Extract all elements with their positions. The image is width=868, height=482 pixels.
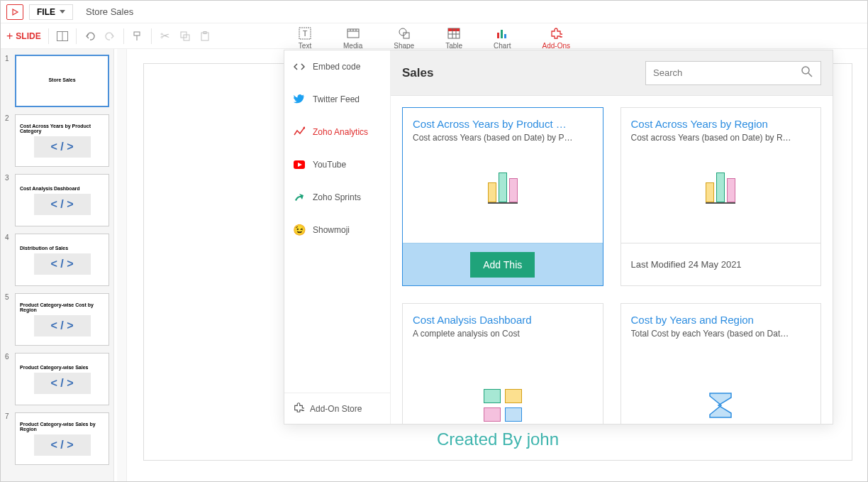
card-title: Cost by Years and Region: [631, 314, 811, 326]
analytics-card[interactable]: Cost by Years and RegionTotal Cost by ea…: [621, 303, 822, 424]
slide-thumb-body: Product Category-wise Sales by Region< /…: [15, 412, 109, 465]
zoho-analytics-icon: [293, 126, 306, 138]
shape-icon: [397, 26, 411, 40]
slide-number: 1: [5, 55, 12, 107]
card-footer: Last Modified 24 May 2021: [621, 243, 821, 285]
slide-thumbnail[interactable]: 2Cost Across Years by Product Category< …: [5, 114, 109, 167]
card-subtitle: Total Cost by each Years (based on Dat…: [631, 329, 811, 339]
embed-placeholder-icon: < / >: [34, 194, 91, 215]
bar-chart-icon: [488, 172, 518, 204]
card-graphic: [413, 339, 593, 424]
addon-source-embed[interactable]: Embed code: [284, 50, 390, 83]
svg-line-30: [808, 73, 812, 77]
card-footer: Add This: [403, 243, 603, 285]
svg-rect-3: [134, 32, 140, 35]
chart-icon: [495, 26, 509, 40]
add-slide-button[interactable]: + SLIDE: [6, 30, 41, 43]
slide-number: 3: [5, 174, 12, 226]
svg-text:T: T: [303, 29, 308, 38]
embed-placeholder-icon: < / >: [34, 434, 91, 456]
addon-source-zoho-sprints[interactable]: Zoho Sprints: [284, 181, 390, 214]
redo-icon[interactable]: [104, 30, 116, 43]
undo-icon[interactable]: [84, 30, 96, 43]
addon-source-label: Embed code: [313, 62, 360, 72]
twitter-icon: [293, 93, 306, 106]
embed-icon: [293, 60, 306, 73]
insert-text-button[interactable]: T Text: [294, 25, 316, 51]
copy-icon[interactable]: [179, 30, 191, 43]
card-body: Cost Across Years by RegionCost across Y…: [621, 108, 821, 243]
addons-panel: Embed codeTwitter FeedZoho AnalyticsYouT…: [284, 50, 833, 425]
slide-number: 7: [5, 412, 12, 465]
card-graphic: [631, 339, 811, 424]
insert-table-button[interactable]: Table: [441, 25, 467, 51]
slide-thumbnail[interactable]: 5Product Category-wise Cost by Region< /…: [5, 293, 109, 346]
search-input[interactable]: [653, 67, 795, 78]
separator: [151, 28, 152, 44]
slide-thumbnail[interactable]: 1Store Sales: [5, 55, 109, 107]
created-by-text: Created By john: [437, 429, 559, 449]
slide-thumb-body: Cost Across Years by Product Category< /…: [15, 114, 109, 167]
card-body: Cost by Years and RegionTotal Cost by ea…: [621, 304, 821, 424]
embed-placeholder-icon: < / >: [34, 253, 91, 275]
slide-thumb-title: Product Category-wise Sales by Region: [20, 422, 104, 432]
addon-source-zoho-analytics[interactable]: Zoho Analytics: [284, 116, 390, 148]
slides-panel: 1Store Sales2Cost Across Years by Produc…: [1, 49, 114, 482]
title-bar: FILE Store Sales: [1, 1, 867, 23]
slide-thumb-title: Cost Across Years by Product Category: [20, 124, 104, 133]
search-icon: [801, 65, 813, 81]
svg-rect-19: [448, 28, 460, 31]
slide-thumb-body: Cost Analysis Dashboard< / >: [15, 174, 109, 226]
youtube-icon: [293, 158, 306, 171]
sigma-icon: [703, 388, 738, 423]
layout-icon[interactable]: [56, 30, 69, 43]
slide-thumbnail[interactable]: 4Distribution of Sales< / >: [5, 234, 109, 286]
addon-source-showmoji[interactable]: 😉Showmoji: [284, 214, 390, 246]
addon-source-youtube[interactable]: YouTube: [284, 148, 390, 181]
slide-thumbnail[interactable]: 7Product Category-wise Sales by Region< …: [5, 412, 109, 465]
insert-chart-button[interactable]: Chart: [489, 25, 515, 51]
addon-source-twitter[interactable]: Twitter Feed: [284, 83, 390, 116]
slide-thumb-body: Store Sales: [15, 55, 109, 107]
insert-media-button[interactable]: Media: [339, 25, 367, 51]
text-icon: T: [298, 26, 312, 40]
addons-content: Sales Cost Across Years by Product …Cost…: [391, 50, 833, 424]
slide-number: 2: [5, 114, 12, 167]
embed-placeholder-icon: < / >: [34, 373, 91, 394]
toolbar: + SLIDE ✂ T Text Media Shape: [1, 23, 867, 49]
svg-point-16: [399, 28, 406, 35]
slide-number: 5: [5, 293, 12, 346]
cards-grid: Cost Across Years by Product …Cost acros…: [391, 96, 833, 424]
puzzle-icon: [293, 402, 304, 415]
add-this-button[interactable]: Add This: [470, 252, 535, 278]
slide-thumbnail[interactable]: 3Cost Analysis Dashboard< / >: [5, 174, 109, 226]
embed-placeholder-icon: < / >: [34, 315, 91, 336]
table-icon: [447, 26, 461, 40]
svg-point-29: [802, 67, 809, 74]
slide-thumb-body: Product Category-wise Cost by Region< / …: [15, 293, 109, 346]
addons-header: Sales: [391, 50, 833, 96]
addon-source-label: Twitter Feed: [313, 94, 360, 104]
card-title: Cost Analysis Dashboard: [413, 314, 593, 326]
plus-icon: +: [6, 30, 13, 43]
media-icon: [346, 26, 360, 40]
card-subtitle: Cost across Years (based on Date) by R…: [631, 133, 811, 143]
addon-store-button[interactable]: Add-On Store: [284, 393, 390, 424]
slide-number: 4: [5, 234, 12, 286]
search-box[interactable]: [645, 61, 821, 85]
paste-icon[interactable]: [199, 30, 211, 43]
addons-sources-sidebar: Embed codeTwitter FeedZoho AnalyticsYouT…: [284, 50, 391, 424]
analytics-card[interactable]: Cost Analysis DashboardA complete analys…: [402, 303, 603, 424]
addon-source-label: Zoho Sprints: [313, 192, 361, 202]
svg-rect-25: [504, 34, 506, 38]
analytics-card[interactable]: Cost Across Years by RegionCost across Y…: [621, 107, 822, 286]
slide-thumb-title: Store Sales: [48, 77, 75, 82]
file-menu-button[interactable]: FILE: [29, 4, 73, 20]
insert-shape-button[interactable]: Shape: [389, 25, 418, 51]
cut-icon[interactable]: ✂: [159, 30, 172, 43]
file-menu-label: FILE: [37, 7, 55, 17]
format-painter-icon[interactable]: [131, 30, 144, 43]
app-logo-icon[interactable]: [6, 4, 23, 20]
analytics-card[interactable]: Cost Across Years by Product …Cost acros…: [402, 107, 603, 286]
slide-thumbnail[interactable]: 6Product Category-wise Sales< / >: [5, 353, 109, 405]
